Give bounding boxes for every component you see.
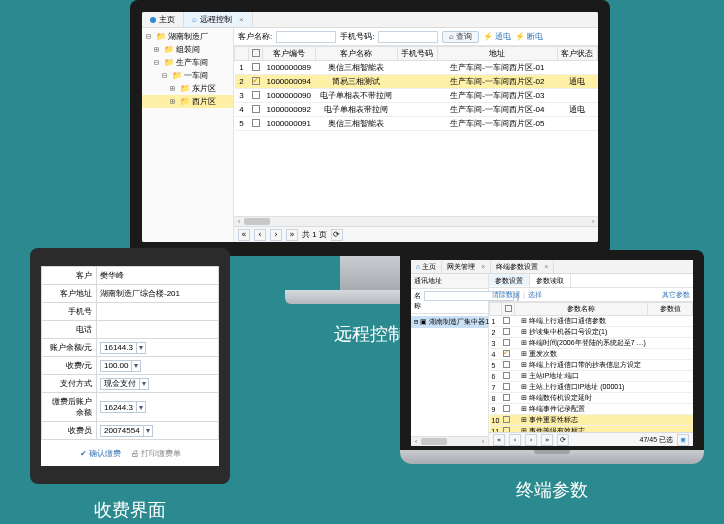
prev-page-button[interactable]: ‹ (509, 434, 521, 446)
last-page-button[interactable]: » (286, 229, 298, 241)
subtab-set[interactable]: 参数设置 (489, 274, 530, 287)
scroll-thumb[interactable] (244, 218, 270, 225)
col-status[interactable]: 客户状态 (557, 47, 597, 61)
table-row[interactable]: 10⊞ 事件重要性标志 (490, 415, 693, 426)
refresh-button[interactable]: ⟳ (557, 434, 569, 446)
table-row[interactable]: 6⊞ 主站IP地址:端口 (490, 371, 693, 382)
row-checkbox[interactable] (503, 383, 510, 390)
row-checkbox[interactable] (252, 119, 260, 127)
tool-select[interactable]: 选择 (528, 290, 542, 300)
subtab-read[interactable]: 参数读取 (530, 274, 571, 287)
tree-node[interactable]: ⊟📁一车间 (142, 69, 233, 82)
after-combo[interactable]: 16244.3▾ (100, 401, 146, 413)
prev-page-button[interactable]: ‹ (254, 229, 266, 241)
next-page-button[interactable]: › (270, 229, 282, 241)
row-checkbox[interactable] (503, 339, 510, 346)
close-icon[interactable]: × (481, 263, 485, 270)
table-row[interactable]: 5⊞ 终端上行通信口带的抄表信息方设定 (490, 360, 693, 371)
close-icon[interactable]: × (544, 263, 548, 270)
table-row[interactable]: 31000000090电子单相表不带拉闸生产车间-一车间西片区-03 (235, 89, 598, 103)
first-page-button[interactable]: « (238, 229, 250, 241)
col-phone[interactable]: 手机号码 (397, 47, 437, 61)
phone-input[interactable] (378, 31, 438, 43)
fee-input[interactable]: 100.00▾ (100, 360, 141, 372)
lp-footer-info: 47/45 已选 (640, 435, 673, 445)
lp-side-hscroll[interactable]: ‹› (411, 436, 488, 446)
table-row[interactable]: 2⊞ 抄读集中机器口号设定(1) (490, 327, 693, 338)
tree-root[interactable]: ⊟📁湖南制造厂 (142, 30, 233, 43)
table-row[interactable]: 4⊞ 重发次数 (490, 349, 693, 360)
lp-tab-gateway[interactable]: 网关管理× (442, 261, 491, 273)
paymethod-select[interactable]: 现金支付▾ (100, 378, 149, 390)
col-cust-id[interactable]: 客户编号 (263, 47, 316, 61)
row-checkbox[interactable] (503, 394, 510, 401)
check-all[interactable] (252, 49, 260, 57)
row-checkbox[interactable] (252, 63, 260, 71)
check-all[interactable] (505, 305, 512, 312)
row-checkbox[interactable] (503, 361, 510, 368)
col-index[interactable] (235, 47, 249, 61)
collector-combo[interactable]: 20074554▾ (100, 425, 153, 437)
tool-clear[interactable]: 清除数据 (492, 290, 520, 300)
tab-remote[interactable]: ⌕ 远程控制 × (184, 12, 253, 27)
arrow-left-icon[interactable]: ‹ (234, 217, 244, 226)
phone-label: 手机号码: (340, 31, 374, 42)
row-checkbox[interactable] (252, 77, 260, 85)
row-checkbox[interactable] (252, 105, 260, 113)
col-check[interactable] (249, 47, 263, 61)
last-page-button[interactable]: » (541, 434, 553, 446)
confirm-pay-button[interactable]: ✔确认缴费 (80, 448, 121, 459)
pager-total: 共 1 页 (302, 229, 327, 240)
row-checkbox[interactable] (503, 328, 510, 335)
lp-tree-root[interactable]: ⊟ ▣ 湖南制造厂集中器1 (411, 316, 488, 328)
paymethod-label: 支付方式 (42, 375, 97, 393)
table-row[interactable]: 21000000094简易三相测试生产车间-一车间西片区-02通电 (235, 75, 598, 89)
row-checkbox[interactable] (252, 91, 260, 99)
refresh-button[interactable]: ⟳ (331, 229, 343, 241)
col-cust-name[interactable]: 客户名称 (315, 47, 397, 61)
first-page-button[interactable]: « (493, 434, 505, 446)
row-checkbox[interactable] (503, 317, 510, 324)
table-row[interactable]: 8⊞ 终端数传机设定延时 (490, 393, 693, 404)
lightning-icon: ⚡ (483, 32, 493, 41)
tree-node-selected[interactable]: ⊞📁西片区 (142, 95, 233, 108)
poweroff-button[interactable]: ⚡断电 (515, 31, 543, 42)
query-button[interactable]: ⌕查询 (442, 31, 479, 43)
print-button[interactable]: 🖨打印缴费单 (131, 448, 181, 459)
lp-tab-params[interactable]: 终端参数设置× (491, 261, 554, 273)
tool-other[interactable]: 其它参数 (662, 290, 690, 300)
row-checkbox[interactable] (503, 350, 510, 357)
table-row[interactable]: 7⊞ 主站上行通信口IP地址 (00001) (490, 382, 693, 393)
export-button[interactable]: ▣ (677, 434, 689, 446)
table-row[interactable]: 11000000089奥信三相智能表生产车间-一车间西片区-01 (235, 61, 598, 75)
next-page-button[interactable]: › (525, 434, 537, 446)
table-row[interactable]: 3⊞ 终端时间(2006年登陆的系统起至7 …) (490, 338, 693, 349)
col-addr[interactable]: 地址 (437, 47, 557, 61)
table-row[interactable]: 51000000091奥信三相智能表生产车间-一车间西片区-05 (235, 117, 598, 131)
tree-node[interactable]: ⊟📁生产车间 (142, 56, 233, 69)
cust-name-input[interactable] (276, 31, 336, 43)
row-checkbox[interactable] (503, 405, 510, 412)
tree-node[interactable]: ⊞📁组装间 (142, 43, 233, 56)
lp-tab-home[interactable]: ⌂主页 (411, 261, 442, 273)
col-param-name[interactable]: 参数名称 (515, 303, 648, 316)
poweron-button[interactable]: ⚡通电 (483, 31, 511, 42)
table-row[interactable]: 9⊞ 终端事件记录配置 (490, 404, 693, 415)
row-checkbox[interactable] (503, 427, 510, 432)
close-icon[interactable]: × (239, 15, 244, 24)
sidebar-hscroll[interactable]: ‹ › (234, 216, 598, 226)
tab-home[interactable]: 主页 (142, 12, 184, 27)
folder-icon: 📁 (164, 58, 174, 67)
tree-node[interactable]: ⊞📁东片区 (142, 82, 233, 95)
table-row[interactable]: 1⊞ 终端上行通信口通信参数 (490, 316, 693, 327)
title-bar: 主页 ⌕ 远程控制 × (142, 12, 598, 28)
power-label: 电话 (42, 321, 97, 339)
arrow-right-icon[interactable]: › (588, 217, 598, 226)
table-row[interactable]: 41000000092电子单相表带拉闸生产车间-一车间西片区-04通电 (235, 103, 598, 117)
tab-remote-label: 远程控制 (200, 14, 232, 25)
col-param-val[interactable]: 参数值 (648, 303, 693, 316)
balance-combo[interactable]: 16144.3▾ (100, 342, 146, 354)
laptop-device: ⌂主页 网关管理× 终端参数设置× 通讯地址 名称 ⊟ ▣ (400, 250, 704, 502)
row-checkbox[interactable] (503, 372, 510, 379)
row-checkbox[interactable] (503, 416, 510, 423)
